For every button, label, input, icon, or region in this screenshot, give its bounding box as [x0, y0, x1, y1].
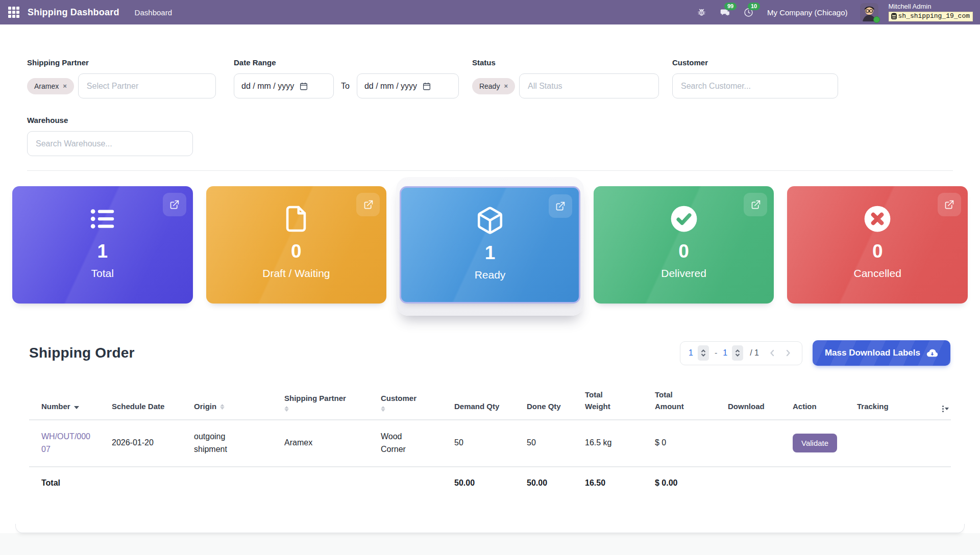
cancelled-count: 0 [872, 241, 883, 262]
col-total-weight[interactable]: Total Weight [585, 389, 626, 412]
document-icon [281, 204, 311, 234]
total-weight-sum: 16.50 [585, 477, 655, 490]
stat-card-delivered[interactable]: 0 Delivered [594, 186, 774, 304]
validate-button[interactable]: Validate [793, 434, 837, 452]
external-link-icon [944, 199, 954, 210]
table-row[interactable]: WH/OUT/00007 2026-01-20 outgoing shipmen… [29, 420, 951, 467]
customer-search-input[interactable] [672, 73, 838, 98]
status-tag-ready[interactable]: Ready × [472, 78, 515, 94]
col-download-label: Download [728, 402, 765, 411]
partner-search-input[interactable] [78, 73, 216, 98]
col-shipping-partner[interactable]: Shipping Partner [284, 393, 381, 413]
date-to-input[interactable]: dd / mm / yyyy [357, 73, 459, 98]
content-card-bottom-edge [15, 524, 965, 533]
apps-menu-icon[interactable] [8, 7, 19, 18]
total-demand-qty: 50.00 [454, 477, 527, 490]
col-origin[interactable]: Origin [194, 401, 284, 413]
selected-card-halo: 1 Ready [396, 177, 584, 316]
pager: 1 - 1 / 1 [680, 341, 802, 365]
cell-origin: outgoing shipment [194, 431, 284, 456]
debug-bug-icon[interactable] [695, 6, 708, 19]
x-circle-icon [863, 204, 892, 234]
cell-total-amount: $ 0 [655, 437, 728, 449]
activities-count-badge: 10 [748, 3, 760, 10]
page-to-stepper[interactable] [732, 345, 743, 361]
col-customer-label: Customer [381, 394, 416, 402]
filter-date-range: Date Range dd / mm / yyyy To dd / mm / y… [234, 58, 459, 98]
col-done-qty-label: Done Qty [527, 402, 561, 411]
cancelled-card-label: Cancelled [853, 267, 901, 280]
col-tracking[interactable]: Tracking [857, 401, 919, 413]
mass-download-labels-button[interactable]: Mass Download Labels [813, 340, 950, 366]
activities-clock-icon[interactable]: 10 [742, 6, 755, 19]
open-ready-records-button[interactable] [549, 194, 572, 218]
filter-customer: Customer [672, 58, 838, 98]
messages-icon[interactable]: 99 [718, 6, 731, 19]
database-icon [891, 13, 897, 19]
column-options-icon[interactable] [942, 406, 951, 412]
partner-tag-label: Aramex [34, 82, 59, 90]
filter-shipping-partner: Shipping Partner Aramex × [27, 58, 220, 98]
page-to-input[interactable]: 1 [723, 348, 727, 358]
remove-partner-tag-icon[interactable]: × [63, 82, 67, 90]
date-from-value: dd / mm / yyyy [241, 82, 294, 91]
partner-tag-aramex[interactable]: Aramex × [27, 78, 74, 94]
list-icon [88, 204, 117, 234]
open-delivered-records-button[interactable] [744, 193, 767, 216]
col-schedule-date[interactable]: Schedule Date [112, 401, 194, 413]
filters-panel: Shipping Partner Aramex × Date Range dd … [0, 24, 980, 171]
total-label: Total [29, 477, 112, 490]
user-name[interactable]: Mitchell Admin [889, 3, 932, 11]
company-switcher[interactable]: My Company (Chicago) [767, 8, 848, 17]
date-range-label: Date Range [234, 58, 459, 67]
stat-card-draft-waiting[interactable]: 0 Draft / Waiting [206, 186, 387, 304]
messages-count-badge: 99 [724, 3, 737, 10]
online-status-dot [873, 16, 880, 23]
cell-total-weight: 16.5 kg [585, 437, 655, 449]
database-badge: sh_shipping_19_com [889, 12, 973, 22]
status-tag-label: Ready [479, 82, 500, 90]
main-content: Shipping Partner Aramex × Date Range dd … [0, 24, 980, 533]
stat-card-total[interactable]: 1 Total [12, 186, 193, 304]
page-from-stepper[interactable] [698, 345, 709, 361]
open-cancelled-records-button[interactable] [938, 193, 961, 216]
order-link[interactable]: WH/OUT/00007 [41, 431, 90, 456]
mass-download-label: Mass Download Labels [825, 348, 920, 358]
stat-card-cancelled[interactable]: 0 Cancelled [787, 186, 968, 304]
col-customer[interactable]: Customer [381, 393, 454, 413]
cell-number[interactable]: WH/OUT/00007 [29, 431, 112, 456]
warehouse-search-input[interactable] [27, 131, 193, 156]
table-header-row: Number Schedule Date Origin Shipping Par… [29, 389, 951, 420]
prev-page-chevron-icon[interactable] [767, 347, 778, 359]
delivered-card-label: Delivered [661, 267, 706, 280]
nav-dashboard[interactable]: Dashboard [135, 8, 172, 17]
open-draft-records-button[interactable] [356, 193, 380, 216]
draft-count: 0 [291, 241, 302, 262]
col-demand-qty[interactable]: Demand Qty [454, 401, 500, 413]
warehouse-label: Warehouse [27, 116, 193, 124]
app-title: Shipping Dashboard [28, 7, 119, 18]
col-done-qty[interactable]: Done Qty [527, 401, 562, 413]
origin-text: outgoing shipment [194, 431, 247, 456]
open-total-records-button[interactable] [163, 193, 186, 216]
col-action-label: Action [793, 402, 817, 411]
customer-text: Wood Corner [381, 431, 416, 456]
status-search-input[interactable] [519, 73, 659, 98]
cloud-download-icon [926, 347, 938, 359]
sort-icon [284, 406, 289, 412]
next-page-chevron-icon[interactable] [782, 347, 794, 359]
avatar[interactable] [860, 3, 878, 21]
col-action[interactable]: Action [793, 401, 857, 413]
stat-cards-row: 1 Total 0 Draft / Waiting [0, 186, 980, 304]
sort-icon [220, 404, 225, 410]
ready-count: 1 [485, 243, 496, 264]
col-number[interactable]: Number [29, 401, 112, 413]
page-from-input[interactable]: 1 [689, 348, 693, 358]
stat-card-ready[interactable]: 1 Ready [400, 186, 580, 304]
col-total-amount-label: Total Amount [655, 390, 684, 411]
date-from-input[interactable]: dd / mm / yyyy [234, 73, 334, 98]
col-download[interactable]: Download [728, 401, 793, 413]
remove-status-tag-icon[interactable]: × [504, 82, 508, 90]
col-total-amount[interactable]: Total Amount [655, 389, 701, 412]
external-link-icon [169, 199, 180, 210]
